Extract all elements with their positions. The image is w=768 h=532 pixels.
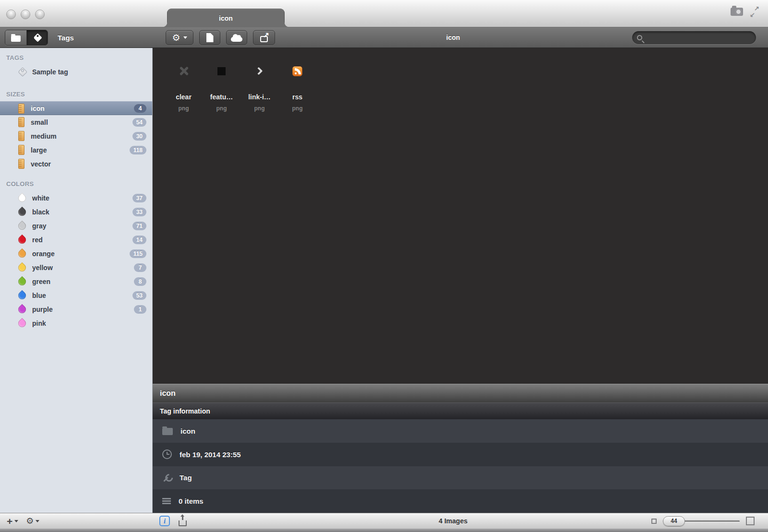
mode-label: Tags [58, 27, 74, 48]
count-badge: 1 [134, 305, 146, 314]
color-swatch-icon [17, 262, 28, 273]
gear-icon [26, 517, 34, 525]
sidebar-item-label: large [31, 146, 130, 154]
file-extension: png [179, 105, 189, 112]
thumbnail-link[interactable]: link-i… png [240, 62, 278, 384]
sidebar-item-icon[interactable]: icon 4 [0, 101, 152, 115]
actions-gear-button[interactable] [166, 30, 193, 45]
thumbnail-grid: clear png featu… png link-i… png [153, 48, 768, 384]
sidebar-item-label: purple [32, 306, 134, 313]
chevron-down-icon [183, 36, 187, 39]
slider-thumb[interactable]: 44 [663, 516, 685, 526]
sidebar-item-green[interactable]: green 8 [0, 274, 152, 288]
list-icon [162, 498, 171, 504]
tags-mode-button[interactable] [27, 30, 48, 45]
export-icon[interactable] [179, 520, 187, 526]
sidebar-item-red[interactable]: red 14 [0, 233, 152, 247]
fullscreen-icon[interactable] [750, 7, 759, 16]
sidebar-item-large[interactable]: large 118 [0, 143, 152, 157]
plus-icon [7, 516, 12, 526]
sidebar-item-purple[interactable]: purple 1 [0, 302, 152, 316]
folder-icon [11, 35, 21, 42]
color-swatch-icon [17, 304, 28, 315]
share-button[interactable] [253, 30, 275, 45]
color-swatch-icon [17, 234, 28, 245]
info-panel-title: icon [153, 384, 768, 402]
camera-icon[interactable] [731, 8, 743, 16]
sidebar-item-white[interactable]: white 37 [0, 191, 152, 205]
search-field[interactable] [632, 31, 756, 44]
count-badge: 118 [130, 146, 146, 154]
sidebar-item-vector[interactable]: vector [0, 157, 152, 171]
view-mode-segmented-control [5, 30, 48, 46]
zoom-window-button[interactable] [35, 10, 45, 19]
info-row-name: icon [153, 419, 768, 443]
tag-icon [18, 67, 27, 77]
cloud-button[interactable] [226, 30, 247, 45]
count-badge: 14 [132, 236, 146, 244]
info-value: feb 19, 2014 23:55 [180, 450, 241, 459]
folder-icon [162, 428, 173, 435]
sidebar-item-black[interactable]: black 33 [0, 205, 152, 219]
sidebar-item-label: red [32, 236, 132, 244]
sidebar-item-label: orange [32, 250, 130, 258]
sidebar-item-label: white [32, 194, 132, 202]
sidebar-item-label: Sample tag [32, 68, 146, 76]
info-value: icon [180, 427, 195, 435]
wrench-icon [160, 471, 174, 485]
ruler-icon [18, 145, 24, 155]
color-swatch-icon [17, 290, 28, 301]
sidebar-item-blue[interactable]: blue 53 [0, 288, 152, 302]
ruler-icon [18, 159, 24, 169]
sidebar-item-gray[interactable]: gray 71 [0, 219, 152, 233]
count-badge: 53 [132, 291, 146, 300]
clock-icon [162, 449, 172, 459]
ruler-icon [18, 104, 24, 114]
file-name: link-i… [248, 93, 271, 101]
info-row-date: feb 19, 2014 23:55 [153, 443, 768, 466]
zoom-out-icon[interactable] [651, 519, 657, 524]
thumbnail-clear[interactable]: clear png [165, 62, 203, 384]
color-swatch-icon [17, 192, 28, 203]
thumbnail-size-slider[interactable]: 44 [663, 516, 740, 526]
sidebar-item-yellow[interactable]: yellow 7 [0, 260, 152, 274]
gear-icon [172, 33, 180, 42]
count-badge: 30 [132, 132, 146, 141]
info-panel-section-header[interactable]: Tag information [153, 402, 768, 419]
page-icon [206, 33, 214, 42]
settings-gear-button[interactable] [26, 517, 39, 525]
count-badge: 4 [134, 104, 146, 113]
minimize-window-button[interactable] [21, 10, 30, 19]
titlebar: icon [0, 0, 768, 27]
sidebar-item-sample-tag[interactable]: Sample tag [0, 65, 152, 79]
sidebar-item-medium[interactable]: medium 30 [0, 129, 152, 143]
sidebar-item-orange[interactable]: orange 115 [0, 247, 152, 260]
color-swatch-icon [17, 276, 28, 287]
new-document-button[interactable] [199, 30, 220, 45]
count-badge: 7 [134, 263, 146, 272]
sidebar-section-colors: COLORS [6, 180, 152, 188]
sidebar-section-sizes: SIZES [6, 91, 152, 98]
ruler-icon [18, 131, 24, 141]
color-swatch-icon [17, 206, 28, 217]
tab-icon[interactable]: icon [167, 9, 285, 27]
sidebar-item-pink[interactable]: pink [0, 316, 152, 330]
search-input[interactable] [645, 31, 756, 44]
folders-mode-button[interactable] [5, 30, 27, 45]
count-badge: 8 [134, 277, 146, 286]
ruler-icon [18, 117, 24, 127]
zoom-in-icon[interactable] [746, 517, 755, 525]
count-badge: 71 [132, 222, 146, 230]
sidebar-item-small[interactable]: small 54 [0, 115, 152, 129]
add-button[interactable] [7, 516, 18, 526]
info-row-type: Tag [153, 466, 768, 490]
info-value: 0 items [179, 497, 204, 505]
sidebar-item-label: blue [32, 292, 132, 299]
chevron-down-icon [14, 520, 18, 522]
file-name: rss [292, 93, 302, 101]
close-window-button[interactable] [6, 10, 16, 19]
black-square-icon [217, 67, 226, 75]
thumbnail-featured[interactable]: featu… png [203, 62, 240, 384]
thumbnail-rss[interactable]: rss png [278, 62, 316, 384]
info-toggle-button[interactable]: i [159, 516, 170, 526]
